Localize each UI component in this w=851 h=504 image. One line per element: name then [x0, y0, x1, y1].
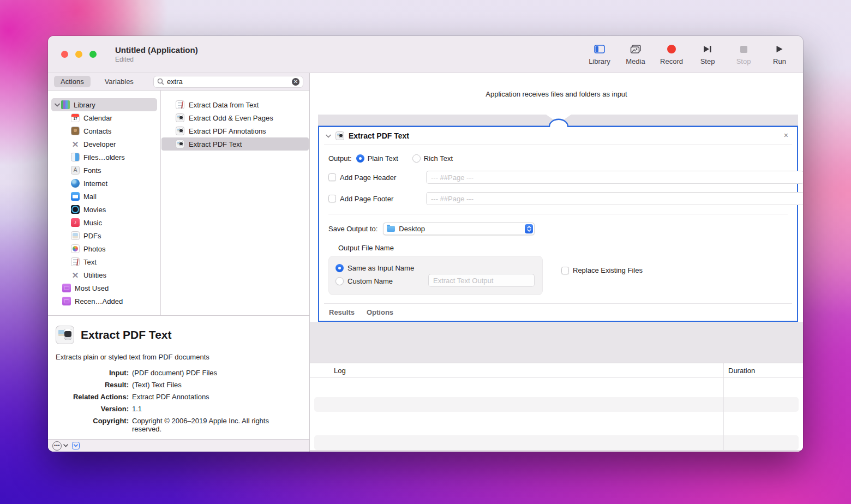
mail-icon: [71, 192, 80, 201]
radio-same-as-input-name[interactable]: [335, 264, 344, 272]
text-document-icon: [176, 100, 184, 109]
tab-actions[interactable]: Actions: [54, 76, 91, 87]
action-card-wrap: Extract PDF Text × Output: Plain Text: [318, 115, 798, 322]
radio-custom-name[interactable]: [335, 277, 344, 285]
library-tab-row: Actions Variables ✕: [48, 73, 309, 91]
record-button[interactable]: Record: [656, 44, 687, 65]
stop-icon: [740, 44, 747, 55]
sidebar-item-calendar[interactable]: 17Calendar: [51, 111, 157, 124]
action-item-extract-pdf-text[interactable]: Extract PDF Text: [161, 137, 309, 151]
minimize-window-button[interactable]: [75, 51, 82, 58]
sidebar-item-utilities[interactable]: ✕Utilities: [51, 268, 157, 281]
detail-field-key: Copyright:: [56, 417, 129, 433]
action-search-results: Extract Data from Text Extract Odd & Eve…: [161, 91, 309, 315]
custom-name-input[interactable]: [428, 274, 535, 287]
sidebar-item-files-folders[interactable]: Files…olders: [51, 151, 157, 164]
action-item-extract-odd-even-pages[interactable]: Extract Odd & Even Pages: [161, 111, 309, 124]
window-title-block: Untitled (Application) Edited: [115, 45, 198, 63]
sidebar-item-most-used[interactable]: Most Used: [51, 281, 157, 295]
save-output-label: Save Output to:: [328, 225, 377, 233]
sidebar-item-text[interactable]: Text: [51, 255, 157, 268]
search-field[interactable]: ✕: [153, 76, 303, 88]
workflow-canvas: Application receives files and folders a…: [310, 73, 803, 452]
extract-pdf-icon: [176, 127, 184, 135]
action-item-extract-pdf-annotations[interactable]: Extract PDF Annotations: [161, 124, 309, 137]
sidebar-item-contacts[interactable]: Contacts: [51, 124, 157, 137]
input-connector: [318, 115, 798, 127]
add-page-footer-checkbox[interactable]: [328, 195, 336, 202]
log-footer: [310, 450, 803, 452]
record-icon: [667, 44, 676, 55]
sidebar-item-photos[interactable]: Photos: [51, 242, 157, 255]
output-label: Output:: [328, 154, 352, 163]
action-options-menu[interactable]: •••: [52, 441, 68, 451]
close-window-button[interactable]: [61, 51, 68, 58]
library-sidebar: Library 17Calendar Contacts ✕Developer F…: [48, 91, 161, 315]
library-button[interactable]: Library: [584, 44, 615, 65]
sidebar-item-internet[interactable]: Internet: [51, 177, 157, 190]
detail-description: Extracts plain or styled text from PDF d…: [56, 353, 302, 361]
replace-existing-files-checkbox[interactable]: [561, 267, 569, 274]
sidebar-item-pdfs[interactable]: PDFs: [51, 229, 157, 242]
traffic-lights: [61, 51, 97, 58]
sidebar-item-developer[interactable]: ✕Developer: [51, 137, 157, 151]
chevron-down-icon: [63, 444, 68, 447]
disclosure-chevron-icon[interactable]: [53, 103, 61, 107]
sidebar-item-music[interactable]: ♪Music: [51, 216, 157, 229]
add-page-header-checkbox[interactable]: [328, 173, 336, 181]
calendar-icon: 17: [71, 113, 80, 122]
zoom-window-button[interactable]: [89, 51, 97, 58]
tab-variables[interactable]: Variables: [98, 76, 140, 87]
extract-pdf-icon: [176, 113, 184, 122]
pdf-icon: [71, 231, 80, 240]
sidebar-item-library[interactable]: Library: [51, 98, 157, 111]
step-icon: [703, 44, 712, 55]
stop-button: Stop: [728, 44, 759, 65]
action-card-extract-pdf-text: Extract PDF Text × Output: Plain Text: [318, 127, 798, 322]
close-action-icon[interactable]: ×: [784, 131, 788, 139]
photos-icon: [71, 244, 80, 253]
automator-window: Untitled (Application) Edited Library Me…: [48, 36, 803, 452]
action-card-header[interactable]: Extract PDF Text ×: [319, 127, 797, 145]
detail-field-value: (Text) Text Files: [132, 381, 296, 389]
save-output-dropdown[interactable]: Desktop: [383, 223, 535, 235]
detail-field-value: Extract PDF Annotations: [132, 393, 296, 401]
radio-rich-text[interactable]: [412, 154, 421, 163]
finder-icon: [71, 153, 80, 161]
extract-pdf-icon: [56, 326, 74, 344]
sidebar-item-recently-added[interactable]: Recen…Added: [51, 295, 157, 308]
window-status: Edited: [115, 56, 198, 63]
action-item-extract-data-from-text[interactable]: Extract Data from Text: [161, 98, 309, 111]
results-button[interactable]: Results: [329, 308, 355, 316]
options-button[interactable]: Options: [367, 308, 393, 316]
log-column-header[interactable]: Log: [310, 367, 346, 375]
sidebar-item-fonts[interactable]: AFonts: [51, 164, 157, 177]
extract-pdf-icon: [335, 131, 344, 140]
run-button[interactable]: Run: [764, 44, 795, 65]
detail-fields: Input:(PDF document) PDF Files Result:(T…: [56, 369, 302, 433]
step-button[interactable]: Step: [692, 44, 723, 65]
detail-field-value: Copyright © 2006–2019 Apple Inc. All rig…: [132, 417, 296, 433]
log-header: Log Duration: [310, 363, 803, 378]
sidebar-item-mail[interactable]: Mail: [51, 190, 157, 203]
media-button[interactable]: Media: [620, 44, 651, 65]
page-footer-input[interactable]: [426, 192, 803, 205]
library-books-icon: [61, 100, 70, 109]
folder-icon: [387, 226, 395, 232]
clear-search-icon[interactable]: ✕: [292, 78, 299, 86]
detail-field-value: 1.1: [132, 405, 296, 413]
workflow-input-note: Application receives files and folders a…: [486, 90, 627, 98]
sidebar-item-movies[interactable]: Movies: [51, 203, 157, 216]
globe-icon: [71, 179, 80, 188]
search-input[interactable]: [167, 77, 292, 86]
music-note-icon: ♪: [71, 218, 80, 227]
log-row: [314, 416, 799, 431]
output-file-name-group: Same as Input Name Custom Name: [328, 256, 543, 295]
log-column-divider[interactable]: [723, 363, 724, 450]
page-header-input[interactable]: [426, 171, 803, 184]
radio-plain-text[interactable]: [356, 154, 364, 163]
collapse-chevron-icon[interactable]: [326, 134, 331, 138]
action-card-footer: Results Options: [324, 303, 792, 321]
detail-panel-toggle-icon[interactable]: [72, 442, 80, 449]
duration-column-header[interactable]: Duration: [728, 367, 755, 375]
